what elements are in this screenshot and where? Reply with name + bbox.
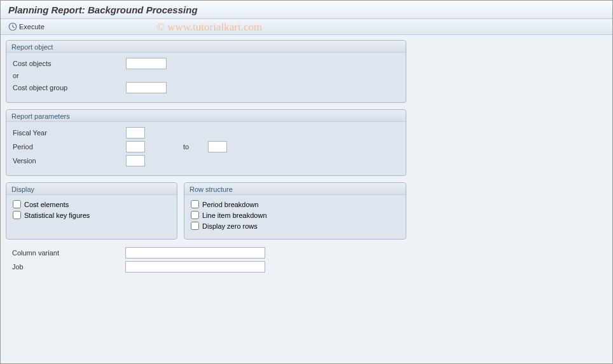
statistical-key-row: Statistical key figures	[6, 210, 177, 220]
statistical-key-label: Statistical key figures	[24, 212, 90, 219]
report-parameters-group: Report parameters Fiscal Year Period to …	[6, 109, 406, 176]
display-group: Display Cost elements Statistical key fi…	[6, 182, 177, 239]
job-label: Job	[6, 263, 125, 271]
side-by-side-groups: Display Cost elements Statistical key fi…	[6, 182, 406, 239]
line-item-row: Line item breakdown	[184, 210, 406, 220]
cost-elements-row: Cost elements	[6, 199, 177, 210]
group-title: Row structure	[184, 183, 406, 195]
row-structure-group: Row structure Period breakdown Line item…	[184, 182, 406, 239]
toolbar: Execute	[1, 19, 612, 35]
cost-elements-label: Cost elements	[24, 201, 69, 208]
cost-objects-row: Cost objects	[6, 57, 406, 71]
line-item-label: Line item breakdown	[202, 212, 267, 219]
content-area: Report object Cost objects or Cost objec…	[1, 35, 612, 363]
job-row: Job	[6, 260, 406, 274]
statistical-key-checkbox[interactable]	[13, 211, 21, 219]
zero-rows-checkbox[interactable]	[191, 222, 199, 230]
clock-execute-icon	[8, 22, 17, 31]
period-label: Period	[6, 143, 126, 151]
group-title: Display	[6, 183, 177, 195]
period-to-input[interactable]	[208, 141, 227, 152]
column-variant-row: Column variant	[6, 246, 406, 260]
period-from-input[interactable]	[126, 141, 145, 152]
execute-button[interactable]: Execute	[6, 22, 47, 32]
page-title: Planning Report: Background Processing	[8, 4, 198, 15]
fiscal-year-input[interactable]	[126, 127, 145, 138]
version-label: Version	[6, 157, 126, 165]
group-title: Report parameters	[6, 110, 406, 122]
job-input[interactable]	[125, 261, 265, 273]
zero-rows-row: Display zero rows	[184, 220, 406, 231]
or-label: or	[6, 72, 126, 79]
column-variant-label: Column variant	[6, 249, 125, 257]
cost-objects-input[interactable]	[126, 58, 167, 69]
fiscal-year-row: Fiscal Year	[6, 126, 406, 140]
group-title: Report object	[6, 41, 406, 53]
period-row: Period to	[6, 140, 406, 154]
cost-elements-checkbox[interactable]	[13, 200, 21, 208]
or-row: or	[6, 71, 406, 81]
version-input[interactable]	[126, 155, 145, 166]
zero-rows-label: Display zero rows	[202, 222, 258, 230]
svg-line-2	[13, 27, 15, 28]
report-object-group: Report object Cost objects or Cost objec…	[6, 40, 406, 103]
cost-object-group-row: Cost object group	[6, 81, 406, 95]
execute-label: Execute	[19, 23, 45, 30]
title-bar: Planning Report: Background Processing	[1, 1, 612, 19]
cost-object-group-label: Cost object group	[6, 84, 126, 91]
fiscal-year-label: Fiscal Year	[6, 129, 126, 137]
version-row: Version	[6, 154, 406, 168]
period-breakdown-label: Period breakdown	[202, 201, 259, 208]
to-label: to	[183, 143, 189, 151]
cost-objects-label: Cost objects	[6, 60, 126, 67]
column-variant-input[interactable]	[125, 247, 265, 259]
period-breakdown-checkbox[interactable]	[191, 200, 199, 208]
line-item-checkbox[interactable]	[191, 211, 199, 219]
period-breakdown-row: Period breakdown	[184, 199, 406, 210]
bottom-fields: Column variant Job	[6, 246, 406, 274]
cost-object-group-input[interactable]	[126, 82, 167, 93]
